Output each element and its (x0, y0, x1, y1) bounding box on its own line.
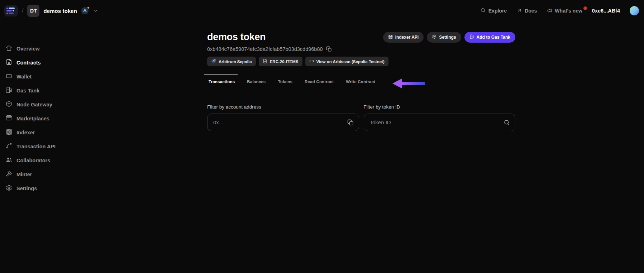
nav-explore-label: Explore (488, 8, 507, 14)
nav-docs[interactable]: Docs (516, 8, 537, 14)
nav-docs-label: Docs (525, 8, 537, 14)
sidebar-item-marketplaces[interactable]: Marketplaces (0, 111, 73, 125)
sidebar-item-overview[interactable]: Overview (0, 42, 73, 56)
main-panel: demos token Indexer API Settings Add to … (73, 21, 644, 273)
copy-icon[interactable] (326, 46, 332, 52)
nav-whats-new[interactable]: What's new (547, 8, 582, 14)
gear-icon (6, 185, 12, 192)
indexer-api-button-label: Indexer API (395, 35, 419, 40)
token-id-input[interactable] (364, 114, 516, 131)
storefront-icon (6, 115, 12, 122)
sidebar-item-node-gateway[interactable]: Node Gateway (0, 97, 73, 111)
sidebar-item-label: Overview (16, 46, 40, 52)
grid-icon (6, 129, 12, 136)
sidebar-item-label: Marketplaces (16, 116, 49, 121)
add-to-gas-tank-button-label: Add to Gas Tank (477, 35, 510, 40)
search-icon (480, 8, 486, 14)
sidebar-item-label: Node Gateway (16, 102, 52, 107)
sidebar-item-minter[interactable]: Minter (0, 167, 73, 181)
sidebar-item-label: Wallet (16, 74, 32, 80)
network-status-dot (87, 6, 90, 9)
home-icon (6, 45, 12, 52)
network-badge-label: Arbitrum Sepolia (219, 59, 252, 64)
file-icon (263, 59, 267, 64)
arbitrum-network-icon (211, 59, 216, 64)
sidebar-item-wallet[interactable]: Wallet (0, 70, 73, 83)
explorer-link-badge-label: View on Arbiscan (Sepolia Testnet) (316, 59, 385, 64)
token-id-filter-label: Filter by token ID (364, 104, 516, 110)
users-icon (6, 157, 12, 164)
gear-icon (432, 34, 437, 40)
project-avatar[interactable]: DT (27, 5, 39, 17)
contract-type-badge[interactable]: ERC-20-ITEMS (259, 57, 302, 66)
megaphone-icon (547, 8, 552, 14)
sidebar-item-gas-tank[interactable]: Gas Tank (0, 83, 73, 97)
sidebar-item-label: Collaborators (16, 158, 50, 163)
sidebar: Overview Contracts Wallet Gas Tank Node … (0, 21, 73, 273)
indexer-api-button[interactable]: Indexer API (383, 32, 424, 43)
fuel-icon (6, 87, 12, 94)
topbar-nav: Explore Docs What's new 0xe6...ABf4 (480, 6, 639, 15)
sidebar-item-label: Contracts (16, 60, 41, 66)
app-logo-icon[interactable] (4, 5, 18, 16)
sidebar-item-collaborators[interactable]: Collaborators (0, 153, 73, 167)
user-avatar[interactable] (630, 6, 639, 15)
explorer-link-badge[interactable]: View on Arbiscan (Sepolia Testnet) (305, 57, 388, 66)
header-actions: Indexer API Settings Add to Gas Tank (383, 32, 515, 43)
sidebar-item-label: Minter (16, 172, 32, 177)
spline-icon (6, 143, 12, 150)
tab-transactions[interactable]: Transactions (207, 75, 236, 84)
topbar: / DT demos token Explore Docs What's new… (0, 0, 644, 21)
sidebar-item-label: Indexer (16, 130, 35, 135)
sidebar-item-label: Transaction API (16, 144, 56, 149)
contract-icon (6, 59, 12, 66)
external-link-icon (516, 8, 522, 14)
sidebar-item-label: Gas Tank (16, 88, 39, 94)
page-title: demos token (207, 32, 266, 43)
project-name: demos token (43, 8, 77, 14)
wallet-icon (6, 73, 12, 80)
account-address-input[interactable] (207, 114, 359, 131)
pointer-arrow-icon (392, 78, 425, 90)
sidebar-item-settings[interactable]: Settings (0, 181, 73, 195)
token-id-filter: Filter by token ID (364, 104, 516, 131)
unread-notification-dot (583, 6, 587, 10)
contract-tabs: Transactions Balances Tokens Read Contra… (207, 75, 515, 90)
copy-icon[interactable] (347, 119, 354, 126)
settings-button[interactable]: Settings (427, 32, 461, 43)
breadcrumb: / DT demos token (4, 5, 99, 17)
nav-explore[interactable]: Explore (480, 8, 507, 14)
tab-balances[interactable]: Balances (245, 75, 267, 84)
contract-type-badge-label: ERC-20-ITEMS (270, 59, 299, 64)
arbitrum-network-icon (81, 7, 89, 15)
account-address-filter: Filter by account address (207, 104, 359, 131)
link-icon (309, 59, 314, 64)
account-address-filter-label: Filter by account address (207, 104, 359, 110)
contract-address: 0xb484c76a59074efc3da2fcfab57b03d3cdd96b… (207, 46, 323, 52)
sidebar-item-indexer[interactable]: Indexer (0, 125, 73, 139)
project-switcher-chevron-down-icon[interactable] (93, 8, 99, 14)
sidebar-item-contracts[interactable]: Contracts (0, 56, 73, 70)
tab-write-contract[interactable]: Write Contract (344, 75, 377, 84)
cube-icon (6, 101, 12, 108)
tab-read-contract[interactable]: Read Contract (303, 75, 335, 84)
grid-icon (388, 34, 393, 40)
gavel-icon (6, 171, 12, 178)
wallet-address[interactable]: 0xe6...ABf4 (592, 8, 620, 14)
add-to-gas-tank-button[interactable]: Add to Gas Tank (464, 32, 515, 43)
tab-tokens[interactable]: Tokens (276, 75, 294, 84)
fuel-icon (469, 34, 474, 40)
nav-whats-new-label: What's new (555, 8, 582, 14)
sidebar-item-transaction-api[interactable]: Transaction API (0, 139, 73, 153)
search-icon[interactable] (504, 119, 510, 126)
sidebar-item-label: Settings (16, 186, 37, 191)
settings-button-label: Settings (439, 35, 456, 40)
breadcrumb-separator: / (22, 8, 23, 14)
network-badge[interactable]: Arbitrum Sepolia (207, 57, 256, 66)
